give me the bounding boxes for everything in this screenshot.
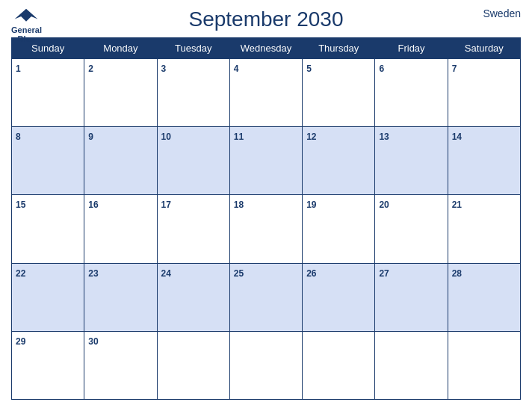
calendar-day-cell [157,331,229,399]
day-number: 10 [161,132,171,142]
calendar-day-cell: 8 [12,127,84,195]
calendar-day-cell [229,331,302,399]
calendar-day-cell: 18 [229,195,302,263]
calendar-day-cell: 17 [157,195,229,263]
calendar-day-cell: 25 [229,263,302,331]
calendar-day-cell: 24 [157,263,229,331]
calendar-day-cell: 9 [84,127,157,195]
logo-text-line2: Blue [18,34,36,43]
calendar-week-row: 2930 [12,331,521,399]
calendar-day-cell: 15 [12,195,84,263]
calendar-day-cell: 21 [448,195,520,263]
calendar-day-cell: 7 [448,59,520,127]
day-number: 5 [306,64,312,74]
calendar-week-row: 891011121314 [12,127,521,195]
day-number: 27 [379,268,389,279]
calendar-day-cell: 13 [375,127,448,195]
calendar-week-row: 15161718192021 [12,195,521,263]
calendar-day-cell: 1 [12,59,84,127]
day-number: 26 [306,268,316,279]
calendar-day-cell [303,331,375,399]
calendar-day-cell: 6 [375,59,448,127]
calendar-header: General Blue September 2030 Sweden [11,7,521,31]
calendar-week-row: 1234567 [12,59,521,127]
header-friday: Friday [375,38,448,59]
calendar-body: 1234567891011121314151617181920212223242… [12,59,521,400]
day-number: 16 [88,200,98,210]
calendar-title: September 2030 [188,7,343,31]
calendar-day-cell: 16 [84,195,157,263]
calendar-day-cell: 5 [303,59,375,127]
header-saturday: Saturday [448,38,520,59]
logo-icon [13,7,40,25]
day-number: 8 [16,132,21,142]
calendar-day-cell: 27 [375,263,448,331]
day-number: 13 [379,132,389,142]
day-number: 14 [452,132,462,142]
header-wednesday: Wednesday [229,38,302,59]
header-thursday: Thursday [303,38,375,59]
calendar-day-cell: 28 [448,263,520,331]
day-number: 20 [379,200,389,210]
calendar-day-cell: 29 [12,331,84,399]
calendar-day-cell: 4 [229,59,302,127]
day-number: 1 [16,64,21,74]
day-number: 3 [161,64,167,74]
calendar-day-cell: 11 [229,127,302,195]
calendar-day-cell: 14 [448,127,520,195]
calendar-day-cell: 2 [84,59,157,127]
day-number: 25 [234,268,244,279]
calendar-day-cell: 22 [12,263,84,331]
calendar-country: Sweden [483,7,521,19]
calendar-day-cell: 3 [157,59,229,127]
day-number: 4 [234,64,239,74]
day-number: 23 [88,268,98,279]
day-number: 30 [88,336,98,347]
day-number: 28 [452,268,462,279]
calendar-container: General Blue September 2030 Sweden Sunda… [0,0,532,411]
calendar-day-cell: 19 [303,195,375,263]
generalblue-logo: General Blue [11,7,42,43]
day-number: 21 [452,200,462,210]
day-number: 18 [234,200,244,210]
svg-marker-0 [15,9,38,22]
day-number: 24 [161,268,171,279]
day-number: 15 [16,200,25,210]
header-monday: Monday [84,38,157,59]
day-number: 11 [234,132,244,142]
day-number: 6 [379,64,384,74]
calendar-week-row: 22232425262728 [12,263,521,331]
day-number: 29 [16,336,25,347]
calendar-day-cell: 10 [157,127,229,195]
day-number: 17 [161,200,171,210]
logo-text-line1: General [11,25,42,34]
calendar-day-cell: 20 [375,195,448,263]
header-tuesday: Tuesday [157,38,229,59]
calendar-day-cell [375,331,448,399]
day-number: 7 [452,64,457,74]
day-number: 19 [306,200,316,210]
days-header-row: Sunday Monday Tuesday Wednesday Thursday… [12,38,521,59]
day-number: 2 [88,64,93,74]
calendar-day-cell: 30 [84,331,157,399]
calendar-day-cell [448,331,520,399]
day-number: 9 [88,132,93,142]
day-number: 12 [306,132,316,142]
calendar-day-cell: 12 [303,127,375,195]
day-number: 22 [16,268,25,279]
calendar-day-cell: 23 [84,263,157,331]
calendar-table: Sunday Monday Tuesday Wednesday Thursday… [11,37,521,400]
calendar-day-cell: 26 [303,263,375,331]
